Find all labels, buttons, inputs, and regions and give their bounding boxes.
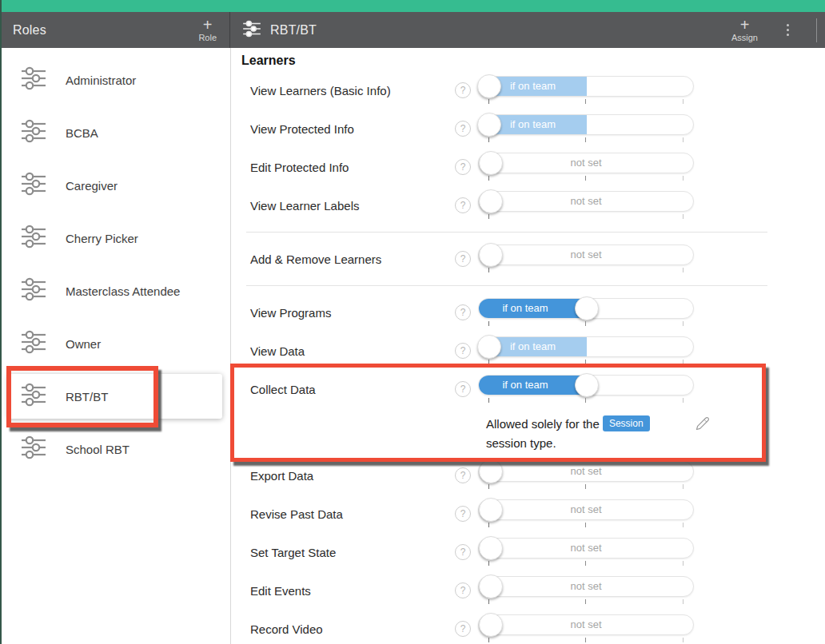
permission-row-edit-events: Edit Events?not set (232, 571, 825, 610)
toggle-knob[interactable] (479, 574, 503, 598)
sidebar-item-school-rbt[interactable]: School RBT (0, 423, 230, 475)
toggle-knob[interactable] (479, 151, 503, 175)
window-left-edge (0, 0, 2, 644)
toggle-ticks (478, 176, 694, 182)
roles-sidebar: Administrator BCBA Caregiver Cherry Pick… (0, 48, 231, 644)
sidebar-item-bcba[interactable]: BCBA (0, 106, 230, 159)
permission-toggle-set-target-state[interactable]: not set (478, 538, 694, 567)
permission-row-view-protected-info: View Protected Info?if on team (232, 109, 825, 148)
permission-label: Edit Events (250, 584, 455, 598)
toggle-value-label: not set (479, 539, 693, 558)
toggle-knob[interactable] (477, 113, 501, 137)
toggle-track[interactable]: if on team (478, 114, 694, 135)
header-divider (816, 18, 817, 42)
help-icon[interactable]: ? (455, 304, 471, 320)
add-role-button[interactable]: + Role (195, 18, 220, 42)
role-label: Administrator (66, 74, 136, 87)
toggle-ticks (478, 137, 694, 144)
permission-row-edit-protected-info: Edit Protected Info?not set (232, 148, 825, 186)
toggle-knob[interactable] (479, 459, 503, 483)
permission-label: Set Target State (250, 546, 455, 559)
permission-toggle-view-learner-labels[interactable]: not set (478, 191, 694, 221)
sidebar-item-rbt-bt[interactable]: RBT/BT (8, 374, 222, 419)
role-sliders-icon (19, 383, 48, 410)
sidebar-item-caregiver[interactable]: Caregiver (0, 159, 230, 212)
permission-toggle-revise-past-data[interactable]: not set (478, 499, 694, 529)
toggle-track[interactable]: not set (478, 614, 694, 635)
toggle-track[interactable]: not set (478, 191, 694, 212)
toggle-track[interactable]: if on team (478, 375, 694, 396)
help-icon[interactable]: ? (455, 467, 471, 483)
pencil-icon[interactable] (695, 416, 710, 434)
section-title: Learners (241, 51, 825, 70)
permission-toggle-add-remove-learners[interactable]: not set (478, 244, 694, 274)
permission-toggle-edit-protected-info[interactable]: not set (478, 153, 694, 182)
toggle-ticks (478, 599, 694, 606)
toggle-value-label: not set (479, 192, 693, 211)
role-sliders-icon (19, 435, 48, 463)
help-icon[interactable]: ? (455, 251, 471, 267)
sidebar-item-cherry-picker[interactable]: Cherry Picker (0, 212, 230, 264)
permission-toggle-view-programs[interactable]: if on team (478, 298, 694, 328)
app-window: Roles + Role RBT/BT + Assign (0, 0, 825, 644)
toggle-knob[interactable] (479, 243, 503, 267)
help-icon[interactable]: ? (455, 544, 471, 560)
toggle-knob[interactable] (479, 189, 503, 213)
permission-label: Record Video (250, 622, 455, 636)
toggle-track[interactable]: not set (478, 461, 694, 482)
toggle-knob[interactable] (477, 335, 501, 359)
more-options-icon[interactable] (782, 21, 794, 39)
top-accent-bar (0, 0, 825, 12)
help-icon[interactable]: ? (455, 159, 471, 175)
sidebar-item-masterclass-attendee[interactable]: Masterclass Attendee (0, 264, 230, 317)
toggle-track[interactable]: not set (478, 538, 694, 559)
toggle-track[interactable]: if on team (478, 76, 694, 97)
role-sliders-icon (19, 119, 48, 146)
role-sliders-icon (19, 172, 48, 199)
toggle-knob[interactable] (575, 296, 599, 320)
help-icon[interactable]: ? (455, 506, 471, 522)
toggle-ticks (478, 484, 694, 491)
toggle-ticks (478, 398, 694, 404)
toggle-track[interactable]: if on team (478, 336, 694, 357)
permission-toggle-view-data[interactable]: if on team (478, 336, 694, 366)
permission-toggle-export-data[interactable]: not set (478, 461, 694, 491)
toggle-value-label: if on team (510, 118, 556, 130)
toggle-knob[interactable] (479, 613, 503, 637)
toggle-knob[interactable] (477, 74, 501, 98)
permission-toggle-edit-events[interactable]: not set (478, 576, 694, 606)
toggle-ticks (478, 523, 694, 529)
toggle-ticks (478, 214, 694, 221)
permission-toggle-collect-data[interactable]: if on team (478, 375, 694, 404)
permission-toggle-view-protected-info[interactable]: if on team (478, 114, 694, 144)
help-icon[interactable]: ? (455, 582, 471, 598)
toggle-knob[interactable] (479, 498, 503, 522)
toggle-track[interactable]: not set (478, 576, 694, 597)
permission-label: View Data (250, 344, 455, 358)
sidebar-item-owner[interactable]: Owner (0, 317, 230, 370)
role-sliders-icon (19, 225, 48, 252)
toggle-track[interactable]: not set (478, 244, 694, 265)
add-role-button-label: Role (198, 33, 217, 42)
permission-toggle-record-video[interactable]: not set (478, 614, 694, 644)
assign-button-label: Assign (731, 33, 758, 42)
toggle-track[interactable]: not set (478, 499, 694, 520)
sidebar-item-administrator[interactable]: Administrator (0, 54, 230, 106)
help-icon[interactable]: ? (455, 197, 471, 213)
toggle-track[interactable]: not set (478, 153, 694, 173)
toggle-track[interactable]: if on team (478, 298, 694, 319)
help-icon[interactable]: ? (455, 121, 471, 137)
permission-row-revise-past-data: Revise Past Data?not set (232, 495, 825, 533)
header-row: Roles + Role RBT/BT + Assign (0, 12, 825, 48)
toggle-knob[interactable] (575, 373, 599, 397)
assign-button[interactable]: + Assign (728, 18, 761, 42)
toggle-knob[interactable] (479, 536, 503, 560)
help-icon[interactable]: ? (455, 621, 471, 637)
permission-toggle-view-learners-basic-info-[interactable]: if on team (478, 76, 694, 105)
group-divider (232, 278, 825, 293)
help-icon[interactable]: ? (455, 82, 471, 98)
help-icon[interactable]: ? (455, 381, 471, 397)
toggle-value-label: if on team (510, 340, 556, 352)
help-icon[interactable]: ? (455, 343, 471, 359)
note-text: Allowed solely for the Session session t… (486, 415, 688, 453)
